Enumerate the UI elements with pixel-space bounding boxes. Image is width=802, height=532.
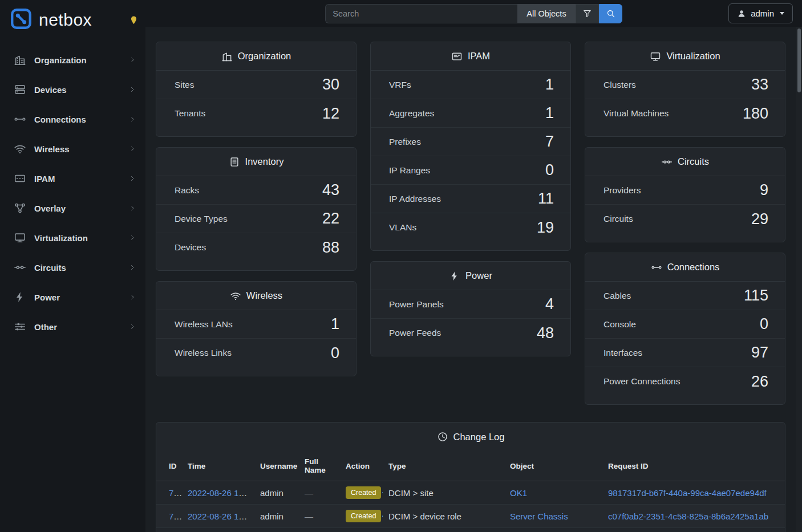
- filter-button[interactable]: [576, 4, 599, 23]
- stat-value[interactable]: 180: [743, 105, 768, 123]
- changelog-time-link[interactable]: 2022-08-26 14:22: [188, 488, 254, 498]
- stat-value[interactable]: 1: [331, 315, 339, 333]
- column-header-id: ID: [156, 451, 182, 481]
- changelog-full-name: —: [305, 511, 313, 521]
- stat-value[interactable]: 1: [545, 104, 554, 122]
- stat-value[interactable]: 48: [537, 324, 554, 342]
- stat-value[interactable]: 29: [751, 210, 768, 228]
- stat-value[interactable]: 26: [751, 373, 768, 391]
- virtualization-card: Virtualization Clusters 33 Virtual Machi…: [585, 42, 785, 137]
- sidebar-item-power[interactable]: Power: [0, 282, 145, 312]
- connections-card-header: Connections: [585, 253, 785, 282]
- history-clock-icon: [437, 431, 448, 442]
- stat-value[interactable]: 22: [322, 210, 339, 228]
- stat-label: IP Ranges: [389, 165, 430, 176]
- scrollbar-track[interactable]: [796, 27, 802, 532]
- column-header-action: Action: [340, 451, 383, 481]
- stat-value[interactable]: 30: [322, 76, 339, 94]
- sidebar: netbox Organization Devices: [0, 0, 145, 532]
- sidebar-item-connections[interactable]: Connections: [0, 104, 145, 134]
- organization-card: Organization Sites 30 Tenants 12: [156, 42, 357, 137]
- stat-value[interactable]: 43: [322, 181, 339, 199]
- netbox-logo-icon: [9, 7, 33, 33]
- connections-card: Connections Cables 115 Console 0: [585, 253, 785, 405]
- sidebar-item-ipam[interactable]: IPAM: [0, 164, 145, 193]
- cable-icon: [14, 113, 26, 125]
- stat-value[interactable]: 115: [744, 287, 768, 304]
- changelog-full-name: —: [305, 488, 313, 498]
- cable-icon: [651, 262, 662, 273]
- stat-value[interactable]: 0: [545, 161, 554, 179]
- stat-label: Cables: [603, 291, 631, 301]
- stat-value[interactable]: 0: [760, 315, 768, 333]
- sidebar-item-circuits[interactable]: Circuits: [0, 253, 145, 282]
- stat-value[interactable]: 4: [545, 295, 554, 313]
- user-menu-button[interactable]: admin: [728, 3, 793, 23]
- stat-label: IP Addresses: [389, 194, 441, 204]
- stat-label: Tenants: [175, 108, 205, 119]
- object-type-dropdown[interactable]: All Objects: [517, 4, 575, 23]
- stat-label: VLANs: [389, 222, 416, 233]
- card-title: Virtualization: [666, 51, 720, 62]
- stat-row-virtual-machines: Virtual Machines 180: [585, 99, 785, 128]
- change-log-card: Change Log ID Time Username Full Name Ac: [156, 422, 785, 532]
- stat-value[interactable]: 9: [760, 181, 768, 199]
- stat-row-interfaces: Interfaces 97: [585, 339, 785, 367]
- stat-value[interactable]: 11: [538, 190, 554, 208]
- changelog-request-id-link[interactable]: c07f0ab2-2351-4c58-825a-8b6a2425a1ab: [608, 511, 768, 521]
- sidebar-item-devices[interactable]: Devices: [0, 75, 145, 104]
- changelog-username: admin: [260, 511, 283, 521]
- column-header-full-name: Full Name: [299, 451, 340, 481]
- stat-row-power-feeds: Power Feeds 48: [371, 319, 570, 347]
- change-log-header-row: ID Time Username Full Name Action Type O…: [156, 451, 785, 481]
- changelog-object-link[interactable]: Server Chassis: [510, 511, 568, 521]
- changelog-username: admin: [260, 488, 283, 498]
- ipam-card-header: IPAM: [371, 42, 570, 71]
- stat-row-prefixes: Prefixes 7: [371, 128, 570, 156]
- scrollbar-thumb[interactable]: [797, 29, 801, 92]
- changelog-object-link[interactable]: OK1: [510, 488, 527, 498]
- stat-label: Prefixes: [389, 137, 421, 147]
- change-log-row: 755 2022-08-26 14:22 admin — Created DCI…: [156, 481, 785, 505]
- chevron-right-icon: [128, 145, 136, 153]
- stat-value[interactable]: 88: [322, 239, 339, 257]
- stat-label: Clusters: [603, 80, 636, 90]
- stat-row-sites: Sites 30: [156, 71, 356, 99]
- changelog-id-link[interactable]: 755: [169, 488, 182, 498]
- sidebar-item-overlay[interactable]: Overlay: [0, 193, 145, 223]
- stat-row-ip-ranges: IP Ranges 0: [371, 156, 570, 185]
- stat-value[interactable]: 33: [751, 76, 768, 94]
- changelog-time-link[interactable]: 2022-08-26 14:17: [188, 511, 254, 521]
- search-input[interactable]: [325, 4, 517, 23]
- wireless-card-header: Wireless: [156, 282, 356, 310]
- stat-row-providers: Providers 9: [585, 176, 785, 205]
- changelog-request-id-link[interactable]: 9817317d-b67f-440a-99ca-4ae07ede94df: [608, 488, 767, 498]
- stat-row-clusters: Clusters 33: [585, 71, 785, 99]
- sidebar-item-organization[interactable]: Organization: [0, 45, 145, 75]
- stat-value[interactable]: 97: [751, 344, 768, 362]
- circuits-card-header: Circuits: [585, 148, 785, 176]
- stat-value[interactable]: 12: [322, 105, 339, 123]
- action-badge: Created: [346, 486, 381, 499]
- stat-label: Sites: [175, 80, 194, 90]
- stat-value[interactable]: 19: [537, 219, 554, 237]
- changelog-id-link[interactable]: 754: [169, 511, 182, 521]
- sidebar-item-other[interactable]: Other: [0, 312, 145, 342]
- chevron-right-icon: [128, 293, 136, 301]
- sidebar-item-virtualization[interactable]: Virtualization: [0, 223, 145, 253]
- stat-value[interactable]: 0: [331, 344, 339, 362]
- sidebar-item-wireless[interactable]: Wireless: [0, 134, 145, 164]
- stat-row-device-types: Device Types 22: [156, 205, 356, 233]
- sidebar-item-label: Organization: [34, 55, 87, 65]
- netbox-logo-text: netbox: [39, 10, 92, 30]
- pin-sidebar-icon[interactable]: [129, 15, 139, 25]
- stat-value[interactable]: 7: [545, 133, 554, 151]
- circuits-card: Circuits Providers 9 Circuits 29: [585, 147, 785, 242]
- netbox-logo[interactable]: netbox: [0, 0, 145, 40]
- column-header-time: Time: [182, 451, 254, 481]
- sidebar-item-label: Devices: [34, 85, 67, 95]
- tune-icon: [14, 320, 26, 333]
- netbox-app: netbox Organization Devices: [0, 0, 802, 532]
- search-submit-button[interactable]: [599, 4, 622, 23]
- stat-value[interactable]: 1: [545, 76, 554, 94]
